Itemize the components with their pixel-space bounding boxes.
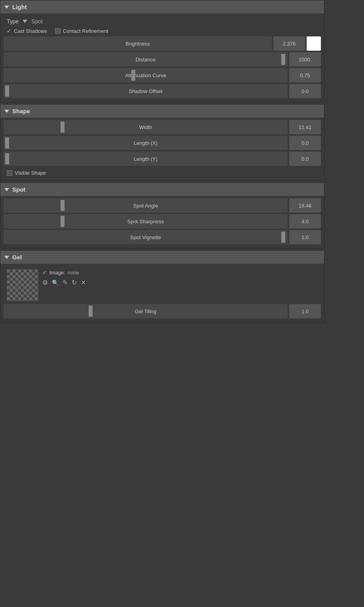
spot-sharpness-label: Spot Sharpness [127, 219, 164, 225]
length-y-row: Length (Y) 0.0 [4, 152, 321, 166]
type-row: Type Spot [4, 16, 321, 26]
brightness-value[interactable]: 2.376 [273, 36, 305, 51]
spot-vignette-value[interactable]: 1.0 [289, 230, 321, 244]
attenuation-row: Attenuation Curve 0.75 [4, 68, 321, 82]
length-y-label: Length (Y) [134, 156, 158, 162]
length-x-label: Length (X) [134, 140, 158, 146]
shadow-offset-slider-area[interactable]: Shadow Offset [4, 84, 288, 98]
length-x-slider-thumb[interactable] [5, 137, 9, 148]
shape-collapse-icon [4, 110, 9, 113]
length-x-row: Length (X) 0.0 [4, 136, 321, 150]
shape-section-body: Width 11.41 Length (X) 0.0 Length (Y) 0.… [0, 118, 324, 181]
visible-shape-checkbox[interactable] [7, 170, 12, 176]
light-panel: Light Type Spot ✓ Cast Shadows Contact R… [0, 0, 324, 103]
gel-tiling-row: Gel Tiling 1.0 [4, 304, 321, 318]
gel-refresh-icon[interactable]: ↻ [72, 279, 77, 286]
brightness-color-swatch[interactable] [307, 36, 321, 51]
spot-vignette-slider-area[interactable]: Spot Vignette [4, 230, 288, 244]
gel-edit-icon[interactable]: ✎ [63, 279, 68, 286]
shadow-offset-label: Shadow Offset [129, 88, 162, 94]
spot-angle-label: Spot Angle [133, 203, 158, 209]
spot-vignette-label: Spot Vignette [130, 234, 161, 240]
width-slider-thumb[interactable] [61, 122, 64, 133]
gel-image-label-row: ✓ Image: none [42, 269, 318, 276]
brightness-slider-area[interactable]: Brightness [4, 36, 272, 51]
width-slider-area[interactable]: Width [4, 120, 288, 134]
gel-section-body: ✓ Image: none ⚙ 🔍 ✎ ↻ ✕ Gel Tiling 1.0 [0, 264, 324, 322]
distance-slider-thumb[interactable] [281, 54, 285, 65]
length-y-slider-thumb[interactable] [5, 153, 9, 164]
light-section-header[interactable]: Light [0, 0, 324, 13]
contact-refinement-label: Contact Refinement [63, 28, 108, 34]
length-y-value[interactable]: 0.0 [289, 152, 321, 166]
gel-collapse-icon [4, 256, 9, 259]
width-label: Width [139, 124, 152, 130]
cast-shadows-check: ✓ [7, 28, 11, 34]
gel-icons-row: ⚙ 🔍 ✎ ↻ ✕ [42, 279, 318, 286]
light-title: Light [12, 4, 27, 10]
gel-search-icon[interactable]: 🔍 [52, 280, 59, 286]
width-row: Width 11.41 [4, 120, 321, 134]
spot-section-header[interactable]: Spot [0, 183, 324, 196]
gel-settings-icon[interactable]: ⚙ [42, 279, 48, 286]
gel-checker-pattern [7, 270, 38, 301]
gel-image-area: ✓ Image: none ⚙ 🔍 ✎ ↻ ✕ [4, 266, 321, 304]
visible-shape-label: Visible Shape [15, 170, 46, 176]
spot-vignette-row: Spot Vignette 1.0 [4, 230, 321, 244]
length-y-slider-area[interactable]: Length (Y) [4, 152, 288, 166]
contact-refinement-item[interactable]: Contact Refinement [55, 28, 108, 34]
shadow-offset-value[interactable]: 0.0 [289, 84, 321, 98]
gel-section-header[interactable]: Gel [0, 251, 324, 264]
attenuation-value[interactable]: 0.75 [289, 68, 321, 82]
distance-value[interactable]: 1000. [289, 52, 321, 67]
spot-angle-slider-area[interactable]: Spot Angle [4, 198, 288, 213]
shape-panel: Shape Width 11.41 Length (X) 0.0 Length … [0, 104, 324, 181]
distance-row: Distance 1000. [4, 52, 321, 67]
spot-angle-slider-thumb[interactable] [61, 200, 64, 211]
gel-tiling-label: Gel Tiling [135, 308, 156, 314]
spot-angle-row: Spot Angle 18.46 [4, 198, 321, 213]
gel-title: Gel [12, 254, 22, 261]
gel-panel: Gel ✓ Image: none ⚙ 🔍 ✎ ↻ ✕ [0, 250, 324, 323]
gel-tiling-value[interactable]: 1.0 [289, 304, 321, 318]
gel-image-value: none [68, 270, 79, 276]
contact-refinement-checkbox[interactable] [55, 28, 61, 34]
distance-label: Distance [136, 57, 156, 63]
light-section-body: Type Spot ✓ Cast Shadows Contact Refinem… [0, 13, 324, 102]
spot-sharpness-row: Spot Sharpness 4.0 [4, 214, 321, 228]
gel-info: ✓ Image: none ⚙ 🔍 ✎ ↻ ✕ [42, 269, 318, 286]
spot-panel: Spot Spot Angle 18.46 Spot Sharpness 4.0… [0, 183, 324, 249]
gel-tiling-slider-area[interactable]: Gel Tiling [4, 304, 288, 318]
shadows-row: ✓ Cast Shadows Contact Refinement [4, 26, 321, 36]
cast-shadows-label: Cast Shadows [14, 28, 47, 34]
spot-sharpness-value[interactable]: 4.0 [289, 214, 321, 228]
shape-title: Shape [12, 108, 30, 114]
gel-image-label: Image: [49, 270, 65, 276]
visible-shape-row[interactable]: Visible Shape [4, 167, 321, 178]
gel-close-icon[interactable]: ✕ [81, 279, 86, 286]
gel-tiling-slider-thumb[interactable] [89, 306, 93, 317]
brightness-row: Brightness 2.376 [4, 36, 321, 51]
width-value[interactable]: 11.41 [289, 120, 321, 134]
spot-collapse-icon [4, 188, 9, 191]
distance-slider-area[interactable]: Distance [4, 52, 288, 67]
length-x-slider-area[interactable]: Length (X) [4, 136, 288, 150]
spot-angle-value[interactable]: 18.46 [289, 198, 321, 213]
attenuation-slider-thumb[interactable] [131, 70, 135, 81]
shadow-offset-row: Shadow Offset 0.0 [4, 84, 321, 98]
spot-vignette-slider-thumb[interactable] [281, 232, 285, 243]
type-dropdown-icon[interactable] [23, 20, 27, 23]
cast-shadows-item[interactable]: ✓ Cast Shadows [7, 28, 47, 34]
type-label-area: Type Spot [7, 18, 43, 25]
shape-section-header[interactable]: Shape [0, 105, 324, 118]
gel-thumbnail[interactable] [7, 269, 38, 301]
attenuation-slider-area[interactable]: Attenuation Curve [4, 68, 288, 82]
shadow-offset-slider-thumb[interactable] [5, 86, 9, 97]
type-value: Spot [31, 18, 43, 25]
length-x-value[interactable]: 0.0 [289, 136, 321, 150]
light-collapse-icon [4, 6, 9, 9]
spot-sharpness-slider-thumb[interactable] [61, 216, 64, 227]
spot-title: Spot [12, 186, 25, 193]
spot-sharpness-slider-area[interactable]: Spot Sharpness [4, 214, 288, 228]
gel-image-check: ✓ [42, 269, 47, 276]
